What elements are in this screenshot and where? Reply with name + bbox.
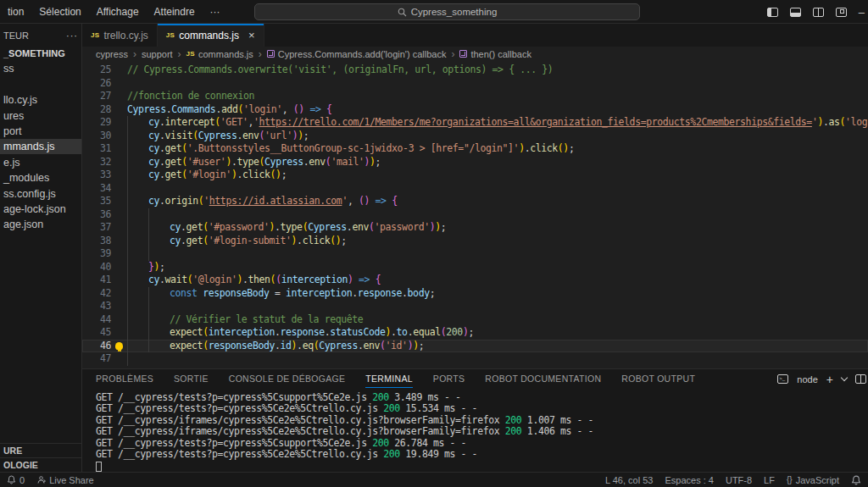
new-terminal-button[interactable]: + <box>826 373 833 386</box>
token: responseBody <box>209 340 275 351</box>
breadcrumb-item[interactable]: then() callback <box>470 49 531 59</box>
file-tree-item[interactable] <box>0 77 82 92</box>
code-line: 35cy.origin('https://id.atlassian.com', … <box>82 195 868 208</box>
token: cy <box>148 195 159 207</box>
token: cy <box>170 235 181 246</box>
sidebar-section-header[interactable]: OLOGIE <box>0 457 82 472</box>
code-line: 45expect(interception.response.statusCod… <box>82 326 868 340</box>
token: env <box>352 221 369 233</box>
minimize-button[interactable]: – <box>859 6 865 19</box>
breadcrumb-item[interactable]: Cypress.Commands.add('login') callback <box>278 49 447 59</box>
token: ; <box>468 326 474 338</box>
panel-tab-PROBLÈMES[interactable]: PROBLÈMES <box>96 369 153 389</box>
encoding[interactable]: UTF-8 <box>726 475 752 485</box>
file-tree-item[interactable]: e.js <box>0 155 82 170</box>
token: ; <box>303 130 309 141</box>
token: https://id.atlassian.com <box>209 195 342 207</box>
line-number: 45 <box>82 326 111 340</box>
cursor-position[interactable]: L 46, col 53 <box>605 475 653 485</box>
file-tree-item[interactable]: ures <box>0 108 82 124</box>
line-number: 42 <box>82 287 111 301</box>
file-tree-item[interactable]: llo.cy.js <box>0 92 82 108</box>
file-tree-item[interactable]: age-lock.json <box>0 202 82 217</box>
file-tree-item[interactable]: mmands.js <box>0 139 82 154</box>
tab-trello.cy.js[interactable]: JStrello.cy.js <box>82 24 158 47</box>
terminal-cursor <box>96 462 102 471</box>
breadcrumb-item[interactable]: support <box>142 49 173 59</box>
eol[interactable]: LF <box>764 475 775 485</box>
file-tree-item[interactable]: _modules <box>0 170 82 185</box>
notifications-bell-icon[interactable] <box>851 475 861 485</box>
terminal-output[interactable]: GET /__cypress/tests?p=cypress%5Csupport… <box>96 392 868 472</box>
indent-guide <box>127 340 148 353</box>
terminal-text: 19.849 ms - - <box>400 449 477 460</box>
code-line: 29cy.intercept('GET','https://trello.com… <box>82 116 868 130</box>
customize-layout-icon[interactable] <box>836 8 847 17</box>
file-tree-item[interactable]: ss <box>0 61 82 76</box>
indent-guide <box>127 326 148 340</box>
code-line: 31cy.get('.Buttonsstyles__ButtonGroup-sc… <box>82 142 868 156</box>
code-text <box>127 352 148 366</box>
indent-guide <box>148 300 170 313</box>
split-terminal-icon[interactable] <box>855 374 866 384</box>
panel-tab-ROBOT OUTPUT[interactable]: ROBOT OUTPUT <box>621 369 695 389</box>
alerts-count[interactable]: 0 <box>7 475 25 485</box>
panel-tab-SORTIE[interactable]: SORTIE <box>174 369 209 389</box>
terminal-dropdown-icon[interactable] <box>841 374 848 381</box>
terminal-text: GET /__cypress/tests?p=cypress%5Ce2e%5Ct… <box>96 403 383 414</box>
token: 'mail' <box>331 156 364 168</box>
split-editor-icon[interactable] <box>813 8 824 17</box>
menu-item[interactable]: Sélection <box>31 6 88 18</box>
toggle-sidebar-icon[interactable] <box>767 8 778 17</box>
token: then <box>248 274 270 285</box>
tab-label: commands.js <box>179 30 239 42</box>
breadcrumb-item[interactable]: commands.js <box>198 49 253 59</box>
terminal-icon: >_ <box>777 374 788 384</box>
terminal-line: GET /__cypress/tests?p=cypress%5Ce2e%5Ct… <box>96 449 868 460</box>
panel-tab-CONSOLE DE DÉBOGAGE[interactable]: CONSOLE DE DÉBOGAGE <box>229 369 346 389</box>
token: https://trello.com/1/Members/me?organiza… <box>259 116 812 128</box>
search-icon <box>398 8 407 17</box>
workspace-root[interactable]: _SOMETHING <box>0 46 82 61</box>
indentation[interactable]: Espaces : 4 <box>665 475 713 485</box>
menu-item[interactable]: Affichage <box>89 6 147 18</box>
symbol-icon <box>267 50 275 58</box>
menu-item[interactable]: tion <box>0 6 31 18</box>
code-text: cy.wait('@login').then((interception) =>… <box>127 274 381 287</box>
line-number: 34 <box>82 182 111 196</box>
token: click <box>530 142 558 154</box>
indent-guide <box>148 247 170 261</box>
token: ; <box>281 169 287 180</box>
live-share[interactable]: Live Share <box>36 475 94 485</box>
command-center-search[interactable]: Cypress_something <box>254 3 640 20</box>
breadcrumb-item[interactable]: cypress <box>96 49 128 59</box>
close-icon[interactable]: × <box>248 29 255 42</box>
file-tree-item[interactable]: ss.config.js <box>0 186 82 202</box>
status-code: 200 <box>372 438 389 449</box>
line-number: 32 <box>82 156 111 169</box>
code-line: 43 <box>82 300 868 313</box>
code-line: 30cy.visit(Cypress.env('url')); <box>82 130 868 143</box>
braces-icon: {} <box>787 475 793 484</box>
code-text: cy.intercept('GET','https://trello.com/1… <box>127 116 868 130</box>
code-editor[interactable]: 25// Cypress.Commands.overwrite('visit',… <box>82 61 868 368</box>
language-mode[interactable]: {}JavaScript <box>787 475 839 485</box>
token: visit <box>165 130 193 141</box>
menu-item[interactable]: ··· <box>203 6 228 18</box>
panel-tab-PORTS[interactable]: PORTS <box>433 369 465 389</box>
toggle-panel-icon[interactable] <box>790 8 801 17</box>
explorer-more-icon[interactable]: ··· <box>66 30 78 41</box>
file-tree-item[interactable]: port <box>0 124 82 139</box>
tab-commands.js[interactable]: JScommands.js× <box>158 24 264 47</box>
file-tree-item[interactable]: age.json <box>0 217 82 232</box>
terminal-text: GET /__cypress/tests?p=cypress%5Csupport… <box>96 438 372 449</box>
line-number: 30 <box>82 130 111 143</box>
terminal-shell-label[interactable]: node <box>797 374 817 385</box>
panel-tab-TERMINAL[interactable]: TERMINAL <box>365 369 413 389</box>
lightbulb-icon[interactable] <box>115 342 123 350</box>
panel-tab-ROBOT DOCUMENTATION[interactable]: ROBOT DOCUMENTATION <box>485 369 601 389</box>
token: env <box>363 340 380 351</box>
sidebar-section-header[interactable]: URE <box>0 443 82 457</box>
token: 'login' <box>243 103 282 115</box>
menu-item[interactable]: Atteindre <box>147 6 203 18</box>
